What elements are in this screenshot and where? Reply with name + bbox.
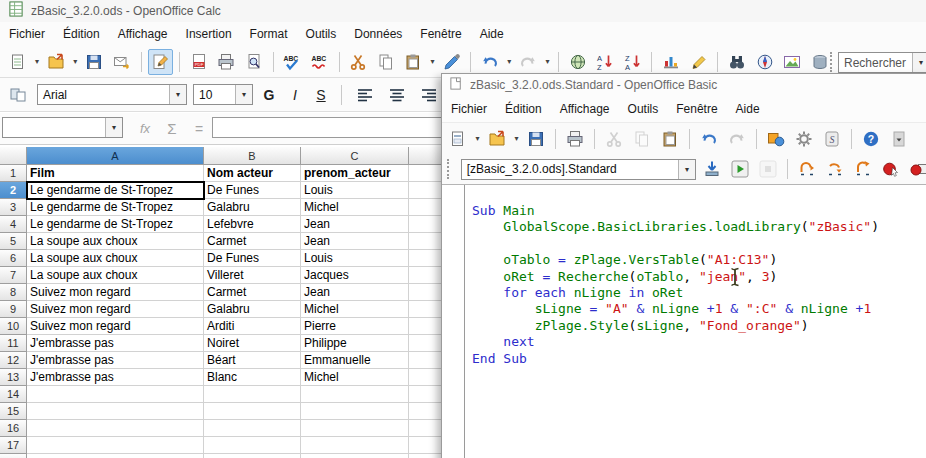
edit-mode-button[interactable] [148,49,174,75]
grid-cell[interactable]: J'embrasse pas [27,369,204,386]
grid-cell[interactable]: Galabru [204,301,301,318]
undo-button[interactable] [696,126,722,152]
row-header-7[interactable]: 7 [0,267,27,284]
select-all-corner[interactable] [0,147,27,165]
grid-cell[interactable] [204,386,301,403]
menu-fichier[interactable]: Fichier [0,23,54,45]
undo-button[interactable] [477,49,503,75]
toolbar-grip[interactable] [830,52,837,72]
menu-aide[interactable]: Aide [471,23,513,45]
grid-cell[interactable]: Pierre [301,318,409,335]
grid-cell[interactable]: Michel [301,369,409,386]
grid-cell[interactable]: Lefebvre [204,216,301,233]
send-mail-button[interactable] [109,49,135,75]
row-header-5[interactable]: 5 [0,233,27,250]
menu-fichier[interactable]: Fichier [442,98,496,120]
grid-cell[interactable]: Jean [301,284,409,301]
grid-cell[interactable]: Jean [301,216,409,233]
chevron-down-icon[interactable]: ▾ [235,85,252,104]
hyperlink-button[interactable] [565,49,591,75]
breakpoint-button[interactable] [878,156,904,182]
grid-cell[interactable]: Le gendarme de St-Tropez [27,182,204,199]
column-header-A[interactable]: A [27,147,204,165]
grid-cell[interactable] [204,437,301,454]
grid-cell[interactable] [301,386,409,403]
search-combo[interactable]: Rechercher ▾ [838,52,926,73]
align-center-button[interactable] [384,82,410,108]
menu-insertion[interactable]: Insertion [177,23,241,45]
chevron-down-icon[interactable]: ▾ [169,85,186,104]
row-header-9[interactable]: 9 [0,301,27,318]
basic-code-area[interactable]: Sub Main GlobalScope.BasicLibraries.load… [442,184,926,458]
row-header-18[interactable]: 18 [0,454,27,458]
chevron-down-icon[interactable]: ▾ [678,160,695,179]
cut-button[interactable] [346,49,372,75]
italic-button[interactable]: I [285,87,305,103]
print-button[interactable] [562,126,588,152]
redo-button[interactable] [516,49,542,75]
grid-cell[interactable]: Arditi [204,318,301,335]
grid-cell[interactable]: Blanc [204,369,301,386]
chevron-down-icon[interactable]: ▾ [512,134,521,143]
grid-cell[interactable]: Suivez mon regard [27,318,204,335]
grid-cell[interactable]: Michel [301,301,409,318]
menu-donnees[interactable]: Données [345,23,411,45]
menu-affichage[interactable]: Affichage [551,98,619,120]
new-doc-button[interactable] [5,49,31,75]
grid-cell[interactable]: De Funes [204,250,301,267]
insert-dialog-button[interactable] [763,126,789,152]
row-header-12[interactable]: 12 [0,352,27,369]
step-over-button[interactable] [794,156,820,182]
settings-button[interactable] [791,126,817,152]
basic-titlebar[interactable]: zBasic_3.2.0.ods.Standard - OpenOffice B… [442,74,926,96]
align-right-button[interactable] [416,82,442,108]
menu-fenetre[interactable]: Fenêtre [411,23,470,45]
chevron-down-icon[interactable]: ▾ [428,57,437,66]
row-header-16[interactable]: 16 [0,420,27,437]
grid-cell[interactable]: J'embrasse pas [27,335,204,352]
grid-cell[interactable]: Philippe [301,335,409,352]
row-header-10[interactable]: 10 [0,318,27,335]
row-header-11[interactable]: 11 [0,335,27,352]
row-header-2[interactable]: 2 [0,182,27,199]
column-header-C[interactable]: C [301,147,409,165]
grid-cell[interactable]: Jean [301,233,409,250]
sort-ascending-button[interactable]: AZ [592,49,618,75]
print-button[interactable] [214,49,240,75]
sort-descending-button[interactable]: ZA [620,49,646,75]
save-button[interactable] [82,49,108,75]
grid-cell[interactable] [301,437,409,454]
row-header-17[interactable]: 17 [0,437,27,454]
underline-button[interactable]: S [311,87,331,103]
font-name-combo[interactable]: Arial ▾ [37,84,187,105]
grid-cell[interactable]: Nom acteur [204,165,301,182]
grid-cell[interactable]: Le gendarme de St-Tropez [27,199,204,216]
grid-cell[interactable]: Louis [301,182,409,199]
chevron-down-icon[interactable]: ▾ [505,57,514,66]
basic-code[interactable]: Sub Main GlobalScope.BasicLibraries.load… [465,185,879,458]
grid-cell[interactable]: Béart [204,352,301,369]
copy-button[interactable] [629,126,655,152]
menu-fenetre[interactable]: Fenêtre [667,98,726,120]
bold-button[interactable]: G [259,87,279,103]
grid-cell[interactable] [204,420,301,437]
insert-chart-button[interactable] [658,49,684,75]
row-header-13[interactable]: 13 [0,369,27,386]
cut-button[interactable] [601,126,627,152]
grid-cell[interactable]: Jacques [301,267,409,284]
step-into-button[interactable] [822,156,848,182]
column-header-B[interactable]: B [204,147,301,165]
grid-cell[interactable]: La soupe aux choux [27,267,204,284]
clone-formatting-button[interactable] [439,49,465,75]
grid-cell[interactable]: Suivez mon regard [27,301,204,318]
grid-cell[interactable] [27,386,204,403]
menu-outils[interactable]: Outils [297,23,346,45]
styles-button[interactable] [5,82,31,108]
equals-button[interactable]: = [187,121,211,137]
grid-cell[interactable]: La soupe aux choux [27,233,204,250]
step-out-button[interactable] [850,156,876,182]
name-box[interactable]: ▾ [2,117,123,138]
page-preview-button[interactable] [241,49,267,75]
grid-cell[interactable] [27,437,204,454]
grid-cell[interactable] [204,403,301,420]
